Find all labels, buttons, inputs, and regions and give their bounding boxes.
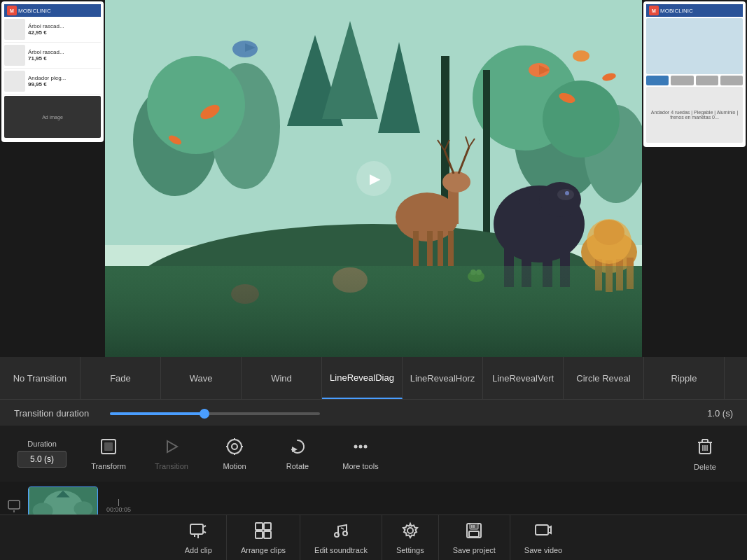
svg-rect-17 [413, 231, 419, 266]
transition-tool: Transition [140, 429, 203, 478]
svg-point-36 [565, 191, 569, 195]
svg-rect-95 [264, 531, 271, 538]
svg-rect-21 [448, 189, 459, 224]
slider-thumb[interactable] [200, 409, 209, 419]
svg-marker-106 [548, 526, 551, 533]
right-ad-img-1 [646, 18, 743, 74]
right-ad-header: M MOBICLINIC [646, 4, 743, 17]
save-video-label: Save video [524, 546, 562, 554]
edit-soundtrack-label: Edit soundtrack [314, 546, 368, 554]
ad-item-3-name: Andador pleg... [28, 75, 66, 82]
svg-point-43 [594, 220, 624, 245]
rotate-tool[interactable]: Rotate [266, 429, 329, 478]
svg-rect-102 [469, 531, 479, 537]
ad-item-3: Andador pleg... 99,95 € [4, 69, 101, 94]
tools-row: Duration Transform Transition [0, 426, 747, 482]
add-clip-button[interactable]: Add clip [171, 515, 227, 560]
motion-tool[interactable]: Motion [203, 429, 266, 478]
more-tools-label: More tools [342, 462, 378, 470]
right-ad-btn-3 [696, 76, 718, 85]
bottom-toolbar: Add clip Arrange clips Edit soundtrack [0, 514, 747, 560]
motion-label: Motion [223, 462, 246, 470]
transform-icon [99, 437, 118, 459]
svg-rect-58 [105, 266, 642, 357]
settings-icon [400, 521, 420, 543]
edit-soundtrack-button[interactable]: Edit soundtrack [300, 515, 382, 560]
transition-line-reveal-horz[interactable]: LineRevealHorz [403, 357, 483, 399]
transition-no-transition[interactable]: No Transition [0, 357, 81, 399]
svg-point-99 [407, 528, 413, 533]
ad-item-2: Árbol rascad... 71,95 € [4, 43, 101, 69]
delete-button[interactable]: Delete [677, 426, 733, 482]
ad-item-1: Árbol rascad... 42,95 € [4, 17, 101, 43]
arrange-clips-icon [253, 521, 273, 543]
svg-marker-61 [167, 441, 177, 452]
svg-rect-93 [264, 523, 271, 530]
right-ad-card: M MOBICLINIC Andador 4 ruedas | Plegable… [643, 1, 746, 147]
svg-point-96 [335, 533, 339, 537]
play-button[interactable] [356, 161, 391, 196]
left-ad-bottom-img: Ad image [4, 96, 101, 138]
svg-rect-19 [438, 231, 443, 266]
svg-rect-18 [427, 231, 433, 266]
slider-fill [110, 412, 204, 415]
right-ad-img-2: Andador 4 ruedas | Plegable | Aluminio |… [646, 87, 743, 143]
transition-wave[interactable]: Wave [161, 357, 242, 399]
ad-item-1-img [4, 19, 25, 40]
svg-rect-92 [256, 523, 263, 530]
transition-ripple[interactable]: Ripple [644, 357, 725, 399]
rotate-icon [288, 437, 307, 459]
ad-item-1-name: Árbol rascad... [28, 23, 64, 30]
transform-tool[interactable]: Transform [77, 429, 140, 478]
arrange-clips-label: Arrange clips [241, 546, 286, 554]
transition-duration-value: 1.0 (s) [707, 408, 733, 419]
svg-point-34 [539, 182, 581, 217]
right-ad-btn-2 [671, 76, 693, 85]
add-clip-icon [7, 499, 21, 513]
delete-icon [695, 436, 715, 460]
transition-wind[interactable]: Wind [242, 357, 322, 399]
timeline-marker: 00:00:05 [106, 506, 131, 513]
settings-button[interactable]: Settings [382, 515, 439, 560]
right-ad-btn-4 [720, 76, 743, 85]
svg-point-63 [232, 444, 237, 449]
more-tools-tool[interactable]: More tools [329, 429, 392, 478]
ad-item-3-price: 99,95 € [28, 81, 66, 88]
save-project-button[interactable]: Save project [439, 515, 510, 560]
transition-icon [162, 437, 181, 459]
transition-circle-reveal[interactable]: Circle Reveal [564, 357, 644, 399]
svg-marker-68 [292, 447, 298, 452]
right-ad-brand: MOBICLINIC [660, 8, 693, 14]
svg-rect-20 [448, 231, 454, 266]
right-ad-logo: M [649, 6, 659, 15]
transition-duration-area: Transition duration 1.0 (s) [0, 399, 747, 427]
transition-fade[interactable]: Fade [81, 357, 161, 399]
transition-line-reveal-vert[interactable]: LineRevealVert [483, 357, 564, 399]
transition-line-reveal-diag[interactable]: LineRevealDiag [322, 357, 403, 399]
preview-image [105, 0, 642, 357]
svg-rect-94 [256, 531, 263, 538]
svg-point-71 [364, 445, 368, 449]
duration-input[interactable] [18, 451, 67, 468]
more-tools-icon [351, 437, 370, 459]
left-ad-card: M MOBICLINIC Árbol rascad... 42,95 € Árb… [1, 1, 104, 142]
settings-label: Settings [396, 546, 424, 554]
right-ad-desc: Andador 4 ruedas | Plegable | Aluminio |… [646, 107, 743, 122]
svg-rect-105 [536, 525, 548, 535]
svg-rect-80 [8, 500, 20, 509]
ad-item-2-img [4, 45, 25, 66]
duration-tool[interactable]: Duration [7, 429, 77, 478]
rotate-label: Rotate [286, 462, 309, 470]
arrange-clips-button[interactable]: Arrange clips [227, 515, 300, 560]
transform-label: Transform [91, 462, 126, 470]
svg-point-97 [343, 531, 347, 536]
transition-duration-slider[interactable] [110, 412, 320, 415]
save-video-button[interactable]: Save video [510, 515, 576, 560]
save-project-label: Save project [453, 546, 496, 554]
svg-point-11 [543, 80, 620, 158]
transition-smo[interactable]: Smo... [725, 357, 747, 399]
svg-rect-60 [104, 442, 113, 451]
left-ad-brand: MOBICLINIC [18, 8, 51, 14]
left-ad-header: M MOBICLINIC [4, 4, 101, 17]
transition-label: Transition [155, 462, 188, 470]
